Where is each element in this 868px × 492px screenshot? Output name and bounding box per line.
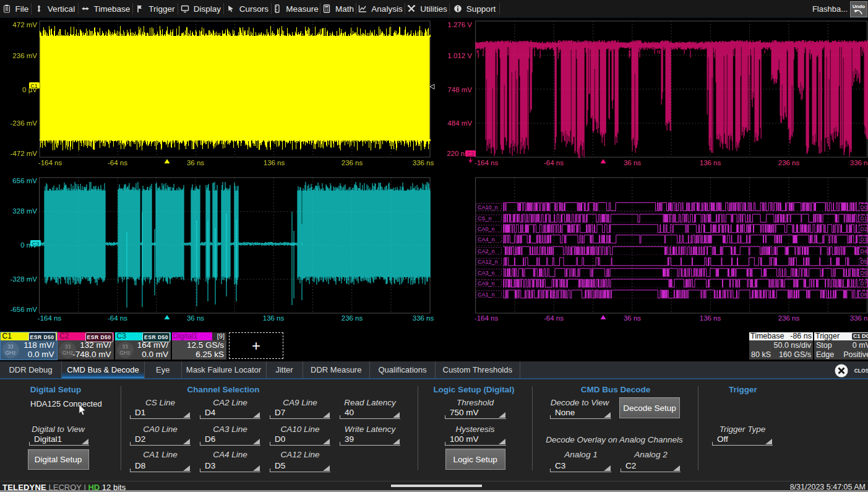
svg-text:CS_n: CS_n	[478, 215, 492, 222]
svg-text:CA1_n: CA1_n	[478, 291, 495, 298]
svg-text:C1: C1	[30, 83, 38, 89]
svg-text:CA3_n: CA3_n	[478, 270, 495, 276]
svg-text:CA0_n: CA0_n	[478, 226, 495, 232]
svg-text:336 ns: 336 ns	[413, 314, 434, 322]
svg-text:1.012 V: 1.012 V	[447, 52, 472, 59]
svg-text:D0: D0	[861, 204, 867, 210]
svg-text:-164 ns: -164 ns	[38, 314, 62, 322]
svg-text:CA4_n: CA4_n	[478, 236, 495, 243]
svg-text:136 ns: 136 ns	[700, 314, 721, 322]
svg-text:-236 mV: -236 mV	[11, 119, 38, 127]
svg-text:CA9_n: CA9_n	[478, 280, 495, 287]
svg-text:484 mV: 484 mV	[447, 119, 472, 127]
svg-text:336 ns: 336 ns	[413, 159, 434, 166]
svg-text:CA12_n: CA12_n	[478, 259, 498, 265]
svg-text:CA10_n: CA10_n	[478, 204, 498, 210]
svg-text:236 ns: 236 ns	[778, 314, 800, 322]
svg-text:236 ns: 236 ns	[342, 159, 363, 166]
svg-text:D2: D2	[861, 226, 867, 232]
svg-text:D5: D5	[861, 259, 867, 265]
svg-text:D1: D1	[861, 215, 867, 222]
svg-text:136 ns: 136 ns	[700, 159, 721, 166]
svg-text:C3: C3	[32, 241, 40, 247]
svg-text:D6: D6	[861, 270, 867, 276]
svg-text:472 mV: 472 mV	[12, 21, 37, 28]
svg-text:D8: D8	[861, 291, 867, 298]
svg-text:D7: D7	[861, 280, 867, 287]
svg-text:36 ns: 36 ns	[624, 159, 641, 166]
svg-text:-64 ns: -64 ns	[544, 314, 564, 322]
svg-text:CA2_n: CA2_n	[478, 248, 495, 254]
svg-text:D3: D3	[861, 236, 867, 243]
svg-text:236 mV: 236 mV	[12, 52, 37, 59]
svg-text:36 ns: 36 ns	[624, 314, 641, 322]
svg-text:-164 ns: -164 ns	[38, 159, 62, 166]
svg-text:-656 mV: -656 mV	[11, 306, 38, 313]
svg-text:336 ns: 336 ns	[850, 159, 868, 166]
svg-text:328 mV: 328 mV	[12, 207, 37, 215]
svg-text:748 mV: 748 mV	[447, 86, 472, 93]
svg-text:-64 ns: -64 ns	[544, 159, 564, 166]
svg-text:-328 mV: -328 mV	[11, 275, 38, 283]
svg-text:136 ns: 136 ns	[264, 159, 285, 166]
svg-text:-164 ns: -164 ns	[475, 159, 499, 166]
svg-text:1.276 V: 1.276 V	[447, 21, 472, 28]
svg-text:36 ns: 36 ns	[187, 314, 204, 322]
svg-text:136 ns: 136 ns	[263, 314, 285, 322]
svg-text:-64 ns: -64 ns	[108, 159, 127, 166]
svg-text:236 ns: 236 ns	[342, 314, 363, 322]
svg-text:220 n: 220 n	[447, 150, 465, 157]
svg-text:-64 ns: -64 ns	[108, 314, 127, 322]
svg-text:236 ns: 236 ns	[778, 159, 800, 166]
svg-text:-472 mV: -472 mV	[11, 150, 38, 157]
svg-text:C2: C2	[467, 151, 475, 157]
svg-text:36 ns: 36 ns	[187, 159, 204, 166]
svg-text:336 ns: 336 ns	[850, 314, 868, 322]
svg-text:-164 ns: -164 ns	[475, 314, 499, 322]
svg-text:656 mV: 656 mV	[12, 177, 37, 184]
svg-text:D4: D4	[861, 248, 867, 254]
